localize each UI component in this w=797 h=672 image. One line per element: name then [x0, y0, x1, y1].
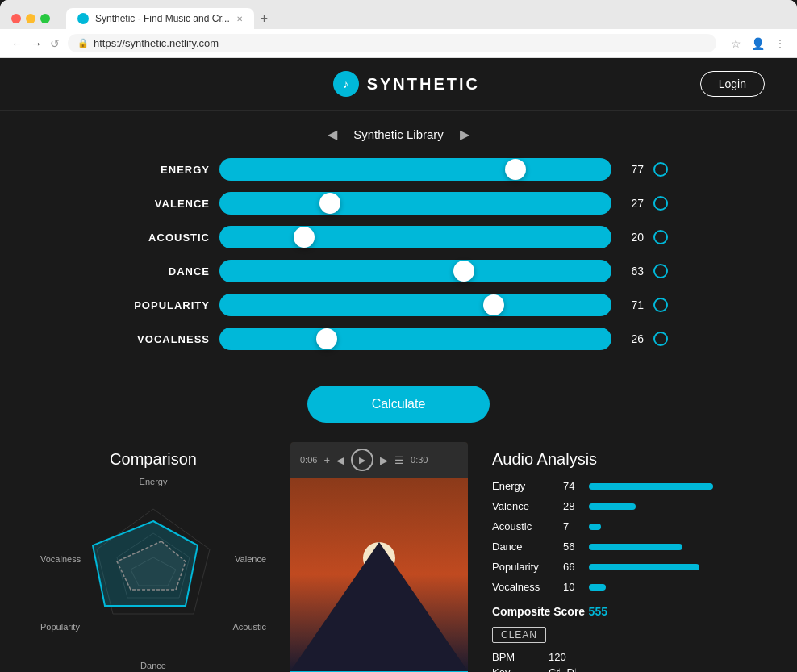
slider-circle-acoustic: [653, 230, 668, 244]
analysis-label-acoustic: Acoustic: [492, 520, 557, 532]
tab-favicon: [77, 13, 89, 24]
analysis-metrics: Energy 74 Valence 28 Acoustic 7 Dance 56: [492, 480, 757, 593]
analysis-bar-container-acoustic: [589, 524, 757, 530]
slider-label-vocalness: VOCALNESS: [129, 333, 210, 345]
analysis-bar-container-dance: [589, 544, 757, 550]
next-track-button[interactable]: ▶: [380, 454, 388, 466]
logo-icon: ♪: [333, 71, 359, 97]
analysis-label-vocalness: Vocalness: [492, 581, 557, 593]
traffic-lights: [11, 14, 50, 23]
active-tab[interactable]: Synthetic - Find Music and Cr... ✕: [66, 8, 254, 29]
key-label: Key: [492, 666, 532, 672]
tab-title: Synthetic - Find Music and Cr...: [95, 13, 230, 24]
lock-icon: 🔒: [77, 38, 89, 48]
menu-icon[interactable]: ⋮: [774, 37, 786, 50]
analysis-row-valence: Valence 28: [492, 500, 757, 512]
maximize-button[interactable]: [40, 14, 50, 23]
tab-bar: Synthetic - Find Music and Cr... ✕ +: [66, 8, 274, 29]
forward-button[interactable]: →: [31, 37, 42, 50]
slider-row-popularity: POPULARITY 71: [129, 294, 668, 316]
next-library-button[interactable]: ▶: [460, 127, 469, 142]
composite-score: Composite Score 555: [492, 604, 757, 619]
radar-chart: Energy Valence Acoustic Dance Popularity…: [40, 477, 266, 670]
slider-circle-energy: [653, 162, 668, 177]
calculate-button[interactable]: Calculate: [307, 386, 490, 423]
slider-circle-dance: [653, 264, 668, 278]
analysis-bar-valence: [589, 503, 636, 510]
slider-value-vocalness: 26: [621, 332, 644, 345]
minimize-button[interactable]: [26, 14, 35, 23]
key-value: C♯, D♭: [549, 666, 579, 672]
slider-row-dance: DANCE 63: [129, 260, 668, 282]
library-nav: ◀ Synthetic Library ▶: [129, 127, 668, 142]
slider-row-acoustic: ACOUSTIC 20: [129, 226, 668, 248]
analysis-value-popularity: 66: [563, 561, 582, 573]
analysis-bar-energy: [589, 483, 713, 490]
add-button[interactable]: +: [323, 454, 330, 466]
app-header: ♪ SYNTHETIC Login: [0, 58, 797, 111]
address-box[interactable]: 🔒 https://synthetic.netlify.com: [68, 34, 716, 52]
radar-label-energy: Energy: [140, 477, 168, 486]
analysis-value-acoustic: 7: [563, 520, 582, 532]
new-tab-button[interactable]: +: [254, 11, 274, 26]
login-button[interactable]: Login: [700, 71, 765, 97]
slider-circle-vocalness: [653, 332, 668, 346]
slider-input-acoustic[interactable]: [219, 226, 611, 248]
analysis-bar-popularity: [589, 564, 699, 570]
slider-input-energy[interactable]: [219, 158, 611, 181]
slider-label-energy: ENERGY: [129, 164, 210, 176]
analysis-label-valence: Valence: [492, 500, 557, 512]
analysis-row-popularity: Popularity 66: [492, 561, 757, 573]
player-card: 0:06 + ◀ ▶ ▶ ☰ 0:30: [290, 442, 468, 672]
slider-input-dance[interactable]: [219, 260, 611, 282]
slider-value-energy: 77: [621, 163, 644, 176]
analysis-bar-dance: [589, 544, 682, 550]
slider-input-valence[interactable]: [219, 192, 611, 215]
player-section: 0:06 + ◀ ▶ ▶ ☰ 0:30: [290, 442, 468, 672]
browser-actions: ☆ 👤 ⋮: [731, 37, 786, 50]
player-controls: 0:06 + ◀ ▶ ▶ ☰ 0:30: [290, 442, 468, 478]
analysis-bar-container-popularity: [589, 564, 757, 570]
play-button[interactable]: ▶: [351, 449, 373, 471]
analysis-bar-acoustic: [589, 524, 601, 530]
slider-input-popularity[interactable]: [219, 294, 611, 316]
time-end: 0:30: [411, 455, 428, 465]
slider-row-vocalness: VOCALNESS 26: [129, 328, 668, 350]
browser-window: Synthetic - Find Music and Cr... ✕ + ← →…: [0, 0, 797, 672]
list-button[interactable]: ☰: [394, 454, 404, 466]
close-button[interactable]: [11, 14, 21, 23]
controls-section: ◀ Synthetic Library ▶ ENERGY 77 VALENCE …: [0, 111, 797, 378]
slider-value-acoustic: 20: [621, 231, 644, 244]
prev-track-button[interactable]: ◀: [336, 454, 344, 466]
analysis-row-vocalness: Vocalness 10: [492, 581, 757, 593]
composite-value: 555: [589, 605, 607, 618]
slider-row-valence: VALENCE 27: [129, 192, 668, 215]
slider-input-vocalness[interactable]: [219, 328, 611, 350]
comparison-title: Comparison: [40, 450, 266, 469]
bpm-label: BPM: [492, 651, 532, 663]
slider-value-dance: 63: [621, 265, 644, 278]
account-icon[interactable]: 👤: [751, 37, 765, 50]
logo-text: SYNTHETIC: [367, 75, 480, 94]
analysis-bar-container-vocalness: [589, 584, 757, 591]
tab-close-icon[interactable]: ✕: [236, 15, 243, 23]
artwork-mountain-svg: [290, 478, 468, 671]
analysis-title: Audio Analysis: [492, 450, 757, 469]
analysis-section: Audio Analysis Energy 74 Valence 28 Acou…: [476, 442, 773, 672]
refresh-button[interactable]: ↺: [50, 37, 60, 50]
analysis-value-dance: 56: [563, 541, 582, 553]
url-text: https://synthetic.netlify.com: [94, 37, 219, 49]
slider-circle-popularity: [653, 298, 668, 312]
logo: ♪ SYNTHETIC: [333, 71, 480, 97]
analysis-value-vocalness: 10: [563, 581, 582, 593]
analysis-row-dance: Dance 56: [492, 541, 757, 553]
prev-library-button[interactable]: ◀: [328, 127, 337, 142]
analysis-row-acoustic: Acoustic 7: [492, 520, 757, 532]
meta-key: Key C♯, D♭: [492, 666, 757, 672]
app-content: ♪ SYNTHETIC Login ◀ Synthetic Library ▶ …: [0, 58, 797, 672]
star-icon[interactable]: ☆: [731, 37, 741, 50]
analysis-bar-container-valence: [589, 503, 757, 510]
slider-value-valence: 27: [621, 197, 644, 210]
back-button[interactable]: ←: [11, 37, 23, 50]
slider-label-dance: DANCE: [129, 265, 210, 278]
